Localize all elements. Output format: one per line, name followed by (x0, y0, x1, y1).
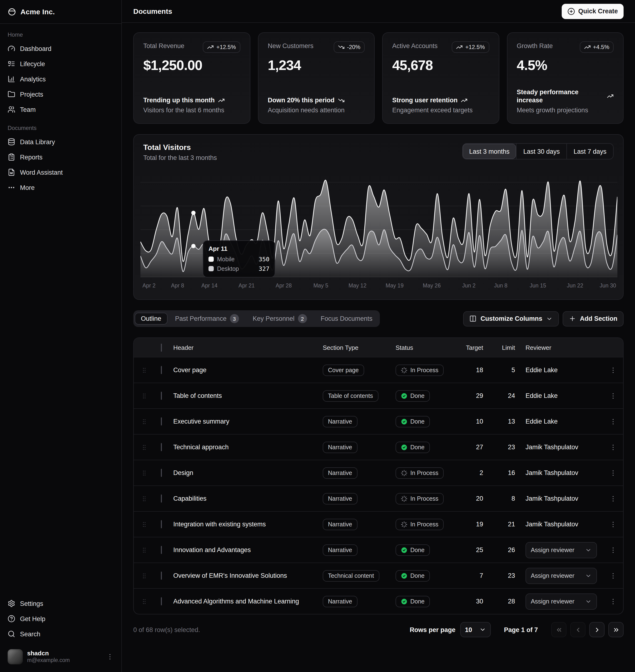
row-header[interactable]: Capabilities (171, 495, 323, 502)
drag-handle[interactable] (134, 418, 155, 425)
row-header[interactable]: Integration with existing systems (171, 521, 323, 528)
limit-value[interactable]: 21 (496, 521, 526, 528)
select-all-checkbox[interactable] (161, 343, 162, 352)
row-menu-button[interactable] (603, 520, 623, 528)
row-header[interactable]: Executive summary (171, 418, 323, 425)
drag-handle[interactable] (134, 546, 155, 553)
next-page-button[interactable] (589, 622, 605, 637)
limit-value[interactable]: 16 (496, 469, 526, 476)
tab-focus-documents[interactable]: Focus Documents (314, 313, 379, 324)
user-menu[interactable]: shadcn m@example.com (4, 646, 117, 667)
assign-reviewer-select[interactable]: Assign reviewer (526, 593, 597, 609)
limit-value[interactable]: 8 (496, 495, 526, 502)
sidebar-item-settings[interactable]: Settings (4, 596, 117, 611)
sidebar-item-search[interactable]: Search (4, 626, 117, 642)
drag-handle[interactable] (134, 598, 155, 605)
row-checkbox[interactable] (161, 366, 162, 374)
target-value[interactable]: 30 (457, 598, 496, 605)
row-menu-button[interactable] (603, 392, 623, 400)
limit-value[interactable]: 23 (496, 444, 526, 451)
drag-handle[interactable] (134, 393, 155, 399)
select-cell (155, 469, 171, 476)
sidebar-item-more[interactable]: More (4, 180, 117, 195)
row-header[interactable]: Technical approach (171, 444, 323, 451)
sidebar-item-get-help[interactable]: Get Help (4, 611, 117, 626)
sidebar-item-reports[interactable]: Reports (4, 150, 117, 165)
limit-value[interactable]: 13 (496, 418, 526, 425)
row-checkbox[interactable] (161, 418, 162, 425)
quick-create-button[interactable]: Quick Create (562, 4, 623, 19)
row-checkbox[interactable] (161, 546, 162, 554)
limit-value[interactable]: 28 (496, 598, 526, 605)
drag-handle[interactable] (134, 572, 155, 579)
limit-value[interactable]: 24 (496, 392, 526, 399)
first-page-button[interactable] (551, 622, 566, 637)
target-value[interactable]: 25 (457, 546, 496, 554)
more-vertical-icon[interactable] (106, 653, 114, 660)
row-checkbox[interactable] (161, 443, 162, 451)
tab-key-personnel[interactable]: Key Personnel2 (246, 312, 313, 326)
previous-page-button[interactable] (570, 622, 586, 637)
org-switcher[interactable]: Acme Inc. (0, 0, 122, 24)
drag-handle[interactable] (134, 470, 155, 476)
target-value[interactable]: 20 (457, 495, 496, 502)
card-footer-title: Steady performance increase (517, 88, 614, 105)
limit-value[interactable]: 26 (496, 546, 526, 554)
rows-per-page-select[interactable]: 10 (460, 622, 490, 637)
row-checkbox[interactable] (161, 597, 162, 605)
sidebar-item-analytics[interactable]: Analytics (4, 71, 117, 87)
target-value[interactable]: 29 (457, 392, 496, 399)
row-header[interactable]: Design (171, 469, 323, 476)
target-value[interactable]: 18 (457, 366, 496, 374)
sidebar-item-projects[interactable]: Projects (4, 87, 117, 102)
drag-handle[interactable] (134, 444, 155, 450)
range-option-last-30-days[interactable]: Last 30 days (516, 144, 566, 159)
tab-outline[interactable]: Outline (135, 313, 168, 324)
tab-past-performance[interactable]: Past Performance3 (169, 312, 245, 326)
target-value[interactable]: 19 (457, 521, 496, 528)
row-menu-button[interactable] (603, 469, 623, 477)
row-checkbox[interactable] (161, 520, 162, 528)
row-checkbox[interactable] (161, 469, 162, 477)
sidebar-item-word-assistant[interactable]: Word Assistant (4, 165, 117, 180)
row-menu-button[interactable] (603, 366, 623, 374)
svg-text:Jun 2: Jun 2 (462, 283, 476, 289)
target-value[interactable]: 10 (457, 418, 496, 425)
range-option-last-3-months[interactable]: Last 3 months (462, 144, 516, 159)
row-checkbox[interactable] (161, 572, 162, 580)
row-menu-button[interactable] (603, 598, 623, 605)
row-checkbox[interactable] (161, 392, 162, 400)
limit-value[interactable]: 23 (496, 572, 526, 579)
range-option-last-7-days[interactable]: Last 7 days (566, 144, 613, 159)
row-header[interactable]: Innovation and Advantages (171, 546, 323, 554)
assign-reviewer-select[interactable]: Assign reviewer (526, 567, 597, 584)
row-header[interactable]: Advanced Algorithms and Machine Learning (171, 598, 323, 605)
sidebar-item-dashboard[interactable]: Dashboard (4, 41, 117, 56)
row-header[interactable]: Cover page (171, 366, 323, 374)
sidebar-item-team[interactable]: Team (4, 102, 117, 117)
customize-columns-button[interactable]: Customize Columns (463, 311, 559, 326)
last-page-button[interactable] (608, 622, 623, 637)
row-menu-button[interactable] (603, 572, 623, 579)
reports-icon (8, 153, 15, 161)
row-checkbox[interactable] (161, 494, 162, 502)
assign-reviewer-select[interactable]: Assign reviewer (526, 542, 597, 558)
add-section-button[interactable]: Add Section (563, 311, 623, 326)
target-value[interactable]: 27 (457, 444, 496, 451)
drag-handle[interactable] (134, 495, 155, 502)
target-value[interactable]: 2 (457, 469, 496, 476)
row-menu-button[interactable] (603, 495, 623, 502)
sidebar-item-lifecycle[interactable]: Lifecycle (4, 56, 117, 71)
drag-handle[interactable] (134, 367, 155, 373)
section-type-cell: Narrative (323, 442, 396, 453)
row-menu-button[interactable] (603, 443, 623, 451)
row-menu-button[interactable] (603, 418, 623, 425)
sidebar-item-data-library[interactable]: Data Library (4, 134, 117, 150)
row-header[interactable]: Table of contents (171, 392, 323, 399)
row-menu-button[interactable] (603, 546, 623, 554)
target-value[interactable]: 7 (457, 572, 496, 579)
area-chart[interactable]: Apr 2Apr 8Apr 14Apr 21Apr 28May 5May 12M… (140, 170, 616, 295)
limit-value[interactable]: 5 (496, 366, 526, 374)
drag-handle[interactable] (134, 521, 155, 528)
row-header[interactable]: Overview of EMR's Innovative Solutions (171, 572, 323, 579)
